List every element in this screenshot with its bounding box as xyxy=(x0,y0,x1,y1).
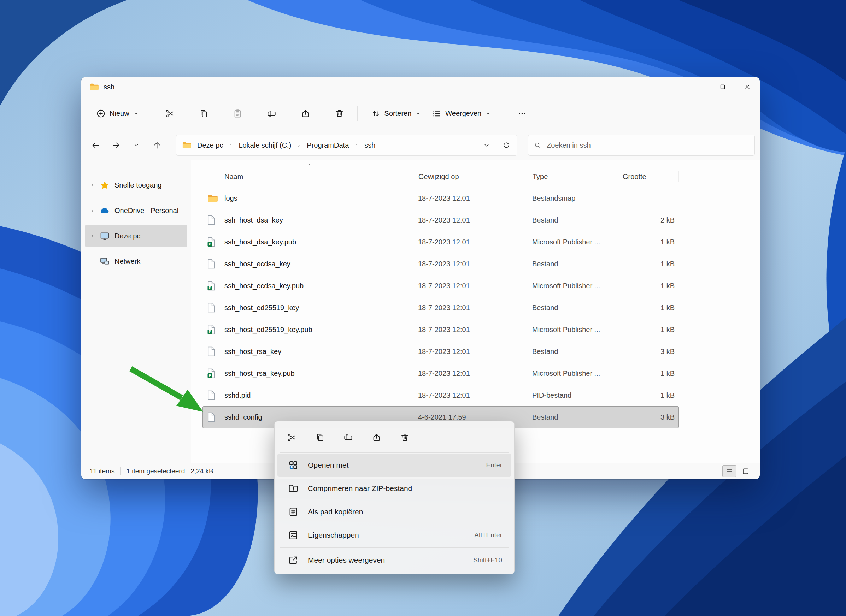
file-icon xyxy=(203,215,220,225)
up-button[interactable] xyxy=(148,137,165,154)
copy-button[interactable] xyxy=(194,104,214,123)
chevron-right-icon[interactable] xyxy=(90,259,95,264)
file-type: Bestand xyxy=(528,413,618,421)
breadcrumb-ssh[interactable]: ssh xyxy=(363,139,377,151)
sort-button[interactable]: Sorteren xyxy=(366,104,426,123)
table-row[interactable]: P ssh_host_rsa_key.pub 18-7-2023 12:01 M… xyxy=(203,362,679,384)
chevron-right-icon[interactable] xyxy=(297,143,301,147)
menu-item-openen-met[interactable]: Openen met Enter xyxy=(278,453,511,477)
sidebar-item-snelle-toegang[interactable]: Snelle toegang xyxy=(85,174,187,197)
file-type: Bestand xyxy=(528,216,618,224)
breadcrumb-programdata[interactable]: ProgramData xyxy=(306,139,350,151)
table-row[interactable]: logs 18-7-2023 12:01 Bestandsmap xyxy=(203,187,679,209)
column-header-naam[interactable]: Naam xyxy=(220,171,414,182)
delete-button[interactable] xyxy=(330,104,350,123)
file-name: ssh_host_dsa_key.pub xyxy=(220,238,414,246)
chevron-right-icon[interactable] xyxy=(354,143,359,147)
zip-folder-icon xyxy=(288,483,299,494)
sidebar-item-deze-pc[interactable]: Deze pc xyxy=(85,224,187,247)
menu-item-comprimeren[interactable]: Comprimeren naar ZIP-bestand xyxy=(278,477,511,500)
sort-ascending-icon xyxy=(308,162,313,166)
rename-button[interactable] xyxy=(262,104,282,123)
share-button[interactable] xyxy=(296,104,316,123)
publisher-file-icon: P xyxy=(203,325,220,334)
table-row[interactable]: ssh_host_rsa_key 18-7-2023 12:01 Bestand… xyxy=(203,340,679,362)
publisher-file-icon: P xyxy=(203,237,220,247)
breadcrumb-lokale-schijf[interactable]: Lokale schijf (C:) xyxy=(237,139,292,151)
chevron-right-icon[interactable] xyxy=(90,183,95,188)
toolbar-divider xyxy=(357,106,358,121)
file-modified: 18-7-2023 12:01 xyxy=(414,304,528,312)
selection-size: 2,24 kB xyxy=(191,467,213,475)
table-row[interactable]: sshd.pid 18-7-2023 12:01 PID-bestand 1 k… xyxy=(203,384,679,406)
table-row[interactable]: P ssh_host_dsa_key.pub 18-7-2023 12:01 M… xyxy=(203,231,679,253)
sidebar-item-netwerk[interactable]: Netwerk xyxy=(85,250,187,273)
menu-item-eigenschappen[interactable]: Eigenschappen Alt+Enter xyxy=(278,524,511,547)
close-button[interactable] xyxy=(735,77,760,97)
table-row[interactable]: P ssh_host_ed25519_key.pub 18-7-2023 12:… xyxy=(203,318,679,340)
publisher-file-icon: P xyxy=(203,368,220,378)
recent-locations-chevron[interactable] xyxy=(128,137,145,154)
file-modified: 18-7-2023 12:01 xyxy=(414,216,528,224)
address-bar[interactable]: Deze pc Lokale schijf (C:) ProgramData s… xyxy=(176,135,517,156)
file-name: ssh_host_ecdsa_key xyxy=(220,260,414,268)
star-icon xyxy=(100,180,110,191)
sidebar-item-label: Deze pc xyxy=(115,232,140,240)
menu-item-shortcut: Alt+Enter xyxy=(474,531,502,539)
column-header-type[interactable]: Type xyxy=(528,171,618,182)
new-button[interactable]: Nieuw xyxy=(91,104,144,123)
table-row[interactable]: P ssh_host_ecdsa_key.pub 18-7-2023 12:01… xyxy=(203,275,679,297)
chevron-down-icon xyxy=(415,111,420,116)
table-row[interactable]: ssh_host_ecdsa_key 18-7-2023 12:01 Besta… xyxy=(203,253,679,275)
chevron-right-icon[interactable] xyxy=(90,233,95,239)
folder-icon xyxy=(90,83,99,91)
table-row[interactable]: ssh_host_ed25519_key 18-7-2023 12:01 Bes… xyxy=(203,297,679,318)
network-icon xyxy=(100,257,110,267)
breadcrumb-deze-pc[interactable]: Deze pc xyxy=(196,139,225,151)
share-button[interactable] xyxy=(366,427,387,447)
file-modified: 18-7-2023 12:01 xyxy=(414,326,528,334)
table-row[interactable]: ssh_host_dsa_key 18-7-2023 12:01 Bestand… xyxy=(203,209,679,231)
maximize-button[interactable] xyxy=(710,77,735,97)
cut-button[interactable] xyxy=(281,427,302,447)
item-count: 11 items xyxy=(90,467,115,475)
refresh-button[interactable] xyxy=(499,137,514,153)
file-size: 1 kB xyxy=(618,370,679,378)
cut-button[interactable] xyxy=(160,104,180,123)
chevron-right-icon[interactable] xyxy=(90,208,95,213)
menu-item-meer-opties[interactable]: Meer opties weergeven Shift+F10 xyxy=(278,549,511,572)
details-view-button[interactable] xyxy=(722,465,736,477)
rename-button[interactable] xyxy=(338,427,359,447)
thumbnail-view-button[interactable] xyxy=(739,465,753,477)
search-box[interactable] xyxy=(528,135,755,156)
sidebar-item-onedrive[interactable]: OneDrive - Personal xyxy=(85,199,187,222)
svg-text:P: P xyxy=(209,374,212,378)
file-type: PID-bestand xyxy=(528,392,618,399)
column-header-gewijzigd-op[interactable]: Gewijzigd op xyxy=(414,171,528,182)
file-icon xyxy=(203,390,220,400)
menu-item-shortcut: Shift+F10 xyxy=(473,556,502,564)
copy-button[interactable] xyxy=(309,427,330,447)
column-header-grootte[interactable]: Grootte xyxy=(618,171,679,182)
forward-button[interactable] xyxy=(107,137,124,154)
context-menu: Openen met Enter Comprimeren naar ZIP-be… xyxy=(274,421,514,574)
view-button[interactable]: Weergeven xyxy=(426,104,496,123)
address-dropdown-button[interactable] xyxy=(479,137,494,153)
properties-icon xyxy=(288,530,299,540)
chevron-right-icon[interactable] xyxy=(229,143,233,147)
minimize-button[interactable] xyxy=(686,77,710,97)
delete-button[interactable] xyxy=(394,427,415,447)
menu-item-als-pad-kopieren[interactable]: Als pad kopiëren xyxy=(278,500,511,524)
file-modified: 18-7-2023 12:01 xyxy=(414,194,528,202)
cloud-icon xyxy=(100,205,110,216)
search-input[interactable] xyxy=(546,141,749,150)
file-modified: 18-7-2023 12:01 xyxy=(414,370,528,378)
more-options-button[interactable] xyxy=(512,104,532,123)
window-controls xyxy=(686,77,760,97)
file-type: Bestand xyxy=(528,304,618,312)
more-options-expand-icon xyxy=(288,555,299,566)
back-button[interactable] xyxy=(87,137,104,154)
paste-button[interactable] xyxy=(228,104,248,123)
sidebar-item-label: OneDrive - Personal xyxy=(115,207,178,215)
folder-icon xyxy=(203,194,220,202)
